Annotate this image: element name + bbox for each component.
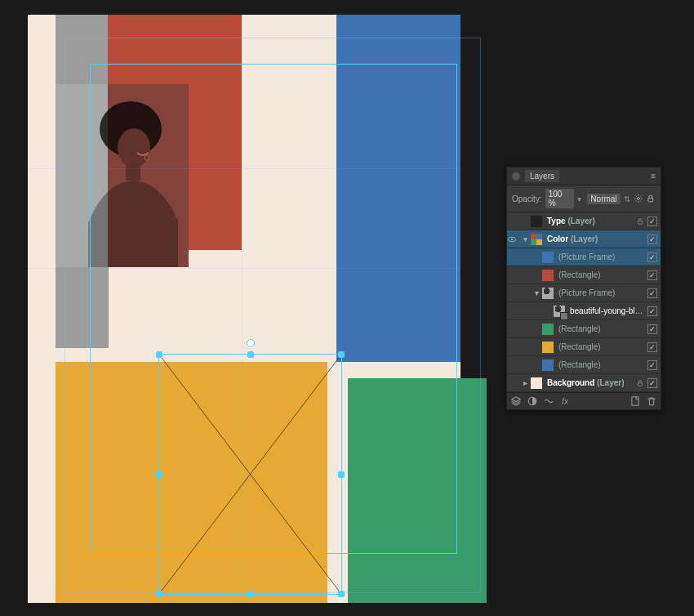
rotate-handle[interactable] xyxy=(247,339,255,347)
layer-visible-checkbox[interactable]: ✓ xyxy=(647,234,657,244)
layer-row-bg[interactable]: ▸Background (Layer)✓ xyxy=(507,374,661,392)
layer-visible-checkbox[interactable]: ✓ xyxy=(647,378,657,388)
layer-visible-checkbox[interactable]: ✓ xyxy=(647,360,657,370)
panel-header[interactable]: Layers ≡ xyxy=(507,167,661,185)
svg-rect-14 xyxy=(648,199,653,202)
resize-handle-sw[interactable] xyxy=(156,591,162,597)
resize-handle-nw[interactable] xyxy=(156,351,162,358)
layer-visible-checkbox[interactable]: ✓ xyxy=(647,216,657,226)
resize-handle-w[interactable] xyxy=(156,471,162,478)
resize-handle-n[interactable] xyxy=(247,351,254,358)
layer-visible-checkbox[interactable]: ✓ xyxy=(647,252,657,262)
disclosure-icon[interactable]: ▸ xyxy=(521,378,529,387)
mask-icon[interactable] xyxy=(527,395,538,407)
svg-point-13 xyxy=(637,198,639,200)
gear-icon[interactable] xyxy=(634,194,643,203)
layer-row-rect-y[interactable]: (Rectangle)✓ xyxy=(507,338,661,356)
blend-mode-select[interactable]: Normal xyxy=(587,194,620,204)
layer-thumbnail xyxy=(542,359,554,371)
layer-name-label[interactable]: Background (Layer) xyxy=(547,378,636,387)
layer-thumbnail xyxy=(542,324,554,335)
layer-visible-checkbox[interactable]: ✓ xyxy=(647,270,657,280)
resize-handle-s[interactable] xyxy=(247,591,254,597)
svg-rect-15 xyxy=(638,221,643,224)
layer-name-label[interactable]: beautiful-young-black-wom… xyxy=(570,306,644,315)
panel-footer: fx xyxy=(507,392,661,409)
layer-thumbnail xyxy=(531,377,542,389)
layer-thumbnail xyxy=(531,216,542,227)
opacity-field[interactable]: 100 % xyxy=(545,189,575,208)
layer-name-label[interactable]: Color (Layer) xyxy=(547,234,644,243)
opacity-label: Opacity: xyxy=(512,194,542,203)
layer-thumbnail xyxy=(542,288,554,299)
layers-icon[interactable] xyxy=(510,395,522,407)
lock-icon[interactable] xyxy=(636,379,644,387)
layer-visible-checkbox[interactable]: ✓ xyxy=(647,288,657,298)
disclosure-icon[interactable]: ▾ xyxy=(521,234,529,243)
layer-thumbnail xyxy=(542,341,554,353)
trash-icon[interactable] xyxy=(646,395,657,407)
panel-title[interactable]: Layers xyxy=(525,170,559,182)
layer-row-type[interactable]: Type (Layer)✓ xyxy=(507,212,661,230)
lock-icon[interactable] xyxy=(646,194,656,203)
layers-panel[interactable]: Layers ≡ Opacity: 100 % ▾ Normal ⇅ Type … xyxy=(506,167,661,410)
layer-thumbnail xyxy=(531,234,542,245)
layer-row-rect-r[interactable]: (Rectangle)✓ xyxy=(507,266,661,284)
fx-icon[interactable]: fx xyxy=(559,395,571,407)
lock-icon[interactable] xyxy=(636,217,644,225)
panel-menu-icon[interactable]: ≡ xyxy=(651,172,656,181)
layer-visible-checkbox[interactable]: ✓ xyxy=(647,306,657,316)
layer-row-img[interactable]: beautiful-young-black-wom… ✓ xyxy=(507,302,661,320)
resize-handle-ne[interactable] xyxy=(338,351,345,358)
layer-thumbnail xyxy=(542,252,554,263)
opacity-row: Opacity: 100 % ▾ Normal ⇅ xyxy=(507,185,661,212)
layer-list[interactable]: Type (Layer)✓▾Color (Layer)✓(Picture Fra… xyxy=(507,212,661,392)
layer-name-label[interactable]: Type (Layer) xyxy=(547,216,636,225)
layer-visible-checkbox[interactable]: ✓ xyxy=(647,342,657,352)
layer-row-color[interactable]: ▾Color (Layer)✓ xyxy=(507,230,661,248)
layer-visible-checkbox[interactable]: ✓ xyxy=(647,324,657,334)
disclosure-icon[interactable]: ▾ xyxy=(532,288,541,297)
svg-rect-18 xyxy=(638,382,643,386)
close-icon[interactable] xyxy=(512,172,520,181)
layer-name-label[interactable]: (Picture Frame) xyxy=(558,288,644,297)
layer-name-label[interactable]: (Rectangle) xyxy=(558,324,644,333)
visibility-icon[interactable] xyxy=(507,234,518,244)
layer-thumbnail xyxy=(554,306,565,317)
canvas-document[interactable] xyxy=(28,15,460,603)
layer-name-label[interactable]: (Picture Frame) xyxy=(558,252,644,261)
layer-row-pf1[interactable]: (Picture Frame)✓ xyxy=(507,248,661,266)
selection-picture-frame[interactable] xyxy=(158,354,342,595)
resize-handle-e[interactable] xyxy=(338,471,345,478)
layer-row-rect-g[interactable]: (Rectangle)✓ xyxy=(507,320,661,338)
layer-name-label[interactable]: (Rectangle) xyxy=(558,360,644,369)
resize-handle-se[interactable] xyxy=(338,591,345,597)
layer-name-label[interactable]: (Rectangle) xyxy=(558,342,644,351)
layer-row-pf2[interactable]: ▾(Picture Frame)✓ xyxy=(507,284,661,302)
layer-name-label[interactable]: (Rectangle) xyxy=(558,270,644,279)
svg-point-17 xyxy=(511,238,513,239)
layer-thumbnail xyxy=(542,270,554,281)
layer-row-rect-b[interactable]: (Rectangle)✓ xyxy=(507,356,661,374)
adjustment-icon[interactable] xyxy=(543,395,554,407)
new-layer-icon[interactable] xyxy=(629,395,641,407)
svg-rect-20 xyxy=(632,397,638,406)
